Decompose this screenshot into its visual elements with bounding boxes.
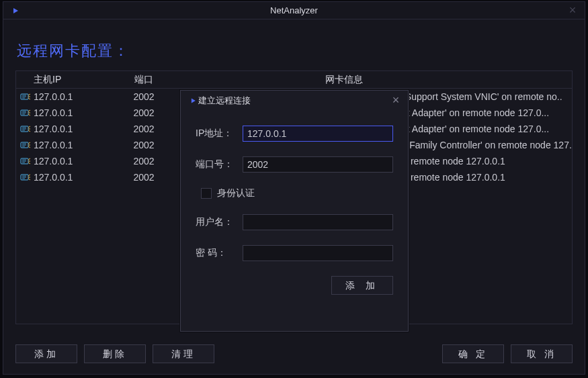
col-header-ip: 主机IP — [16, 74, 110, 86]
ip-field-row: IP地址： — [196, 126, 393, 142]
cell-ip: 127.0.0.1 — [16, 156, 110, 167]
pass-input[interactable] — [243, 245, 393, 261]
add-button[interactable]: 添加 — [15, 344, 77, 363]
window-close-icon[interactable]: × — [566, 3, 579, 17]
nic-icon — [20, 91, 31, 102]
nic-icon — [20, 140, 31, 150]
col-header-info: 网卡信息 — [177, 74, 572, 86]
main-window: NetAnalyzer × 远程网卡配置： 主机IP 端口 网卡信息 127.0… — [3, 1, 585, 375]
footer-spacer — [221, 344, 435, 363]
page-heading: 远程网卡配置： — [17, 41, 573, 61]
ok-button[interactable]: 确 定 — [442, 344, 504, 363]
cell-port: 2002 — [110, 124, 177, 134]
dialog-arrow-icon — [186, 97, 196, 105]
footer-bar: 添加 删除 清理 确 定 取 消 — [15, 344, 573, 363]
dialog-body: IP地址： 端口号： 身份认证 用户名： 密 码： — [181, 111, 408, 261]
window-title: NetAnalyzer — [3, 5, 585, 15]
cell-ip: 127.0.0.1 — [16, 91, 110, 102]
auth-check-row: 身份认证 — [201, 187, 393, 199]
nic-icon — [20, 107, 31, 118]
cancel-button[interactable]: 取 消 — [511, 344, 573, 363]
cell-port: 2002 — [110, 140, 177, 150]
remote-connect-dialog: 建立远程连接 × IP地址： 端口号： 身份认证 用户名： 密 码： — [180, 90, 409, 332]
auth-label: 身份认证 — [217, 187, 255, 199]
col-header-port: 端口 — [110, 74, 177, 86]
port-field-row: 端口号： — [196, 156, 393, 173]
pass-field-row: 密 码： — [196, 245, 393, 261]
cell-ip: 127.0.0.1 — [16, 140, 110, 150]
ip-text: 127.0.0.1 — [34, 91, 73, 102]
pass-label: 密 码： — [196, 247, 243, 259]
dialog-title: 建立远程连接 — [198, 95, 251, 107]
dialog-titlebar: 建立远程连接 × — [181, 91, 408, 111]
dialog-close-icon[interactable]: × — [389, 93, 403, 107]
ip-text: 127.0.0.1 — [34, 124, 73, 134]
cell-port: 2002 — [110, 91, 177, 102]
nic-icon — [20, 124, 31, 134]
port-input[interactable] — [243, 156, 393, 173]
app-arrow-icon — [7, 6, 18, 15]
dialog-footer: 添 加 — [181, 276, 408, 295]
auth-checkbox[interactable] — [201, 188, 212, 199]
ip-input[interactable] — [243, 126, 393, 142]
cell-ip: 127.0.0.1 — [16, 107, 110, 118]
ip-text: 127.0.0.1 — [34, 140, 73, 150]
window-titlebar: NetAnalyzer × — [3, 2, 585, 19]
cell-port: 2002 — [110, 107, 177, 118]
cell-ip: 127.0.0.1 — [16, 172, 110, 183]
ip-text: 127.0.0.1 — [34, 172, 73, 183]
ip-label: IP地址： — [196, 128, 243, 140]
ip-text: 127.0.0.1 — [34, 107, 73, 118]
ip-text: 127.0.0.1 — [34, 156, 73, 167]
table-header: 主机IP 端口 网卡信息 — [16, 71, 572, 89]
cell-ip: 127.0.0.1 — [16, 124, 110, 134]
clear-button[interactable]: 清理 — [153, 344, 214, 363]
user-input[interactable] — [243, 214, 393, 230]
port-label: 端口号： — [196, 158, 243, 171]
user-field-row: 用户名： — [196, 214, 393, 230]
nic-icon — [20, 172, 31, 183]
nic-icon — [20, 156, 31, 167]
delete-button[interactable]: 删除 — [84, 344, 146, 363]
cell-port: 2002 — [110, 156, 177, 167]
dialog-add-button[interactable]: 添 加 — [331, 276, 393, 295]
cell-port: 2002 — [110, 172, 177, 183]
user-label: 用户名： — [196, 216, 243, 228]
